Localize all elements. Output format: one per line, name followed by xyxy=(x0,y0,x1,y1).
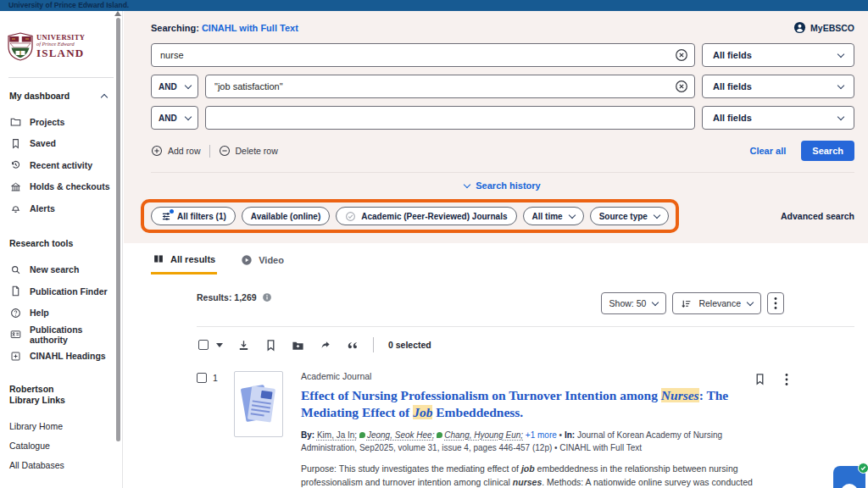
sidebar-item-publication-finder[interactable]: Publication Finder xyxy=(10,280,122,302)
myebsco-button[interactable]: MyEBSCO xyxy=(793,21,854,34)
result-title-link[interactable]: Effect of Nursing Professionalism on Tur… xyxy=(301,387,763,422)
chevron-down-icon xyxy=(837,113,844,119)
highlighted-term: Job xyxy=(413,405,432,419)
select-menu-caret[interactable] xyxy=(216,343,223,347)
field-select-1[interactable]: All fields xyxy=(702,43,854,67)
chevron-down-icon xyxy=(652,298,659,305)
author-link[interactable]: Jeong, Seok Hee; xyxy=(367,430,435,440)
source-type-pill[interactable]: Source type xyxy=(590,207,669,225)
add-to-folder-icon[interactable] xyxy=(292,339,304,352)
collection-icon xyxy=(153,253,164,264)
author-link[interactable]: Chang, Hyoung Eun; xyxy=(444,430,523,440)
sidebar-divider xyxy=(8,77,114,78)
divider xyxy=(209,145,210,158)
sidebar-item-recent-activity[interactable]: Recent activity xyxy=(10,154,122,176)
minus-circle-icon xyxy=(219,145,231,157)
download-icon[interactable] xyxy=(237,339,250,352)
info-icon[interactable] xyxy=(262,292,272,302)
delete-row-button[interactable]: Delete row xyxy=(219,145,278,157)
show-per-page-select[interactable]: Show: 50 xyxy=(601,292,667,314)
plus-circle-icon xyxy=(151,145,163,157)
authority-card-icon xyxy=(10,329,21,340)
sidebar-item-projects[interactable]: Projects xyxy=(10,111,122,133)
matched-term: nurses xyxy=(513,477,542,487)
scrollbar-up-arrow[interactable] xyxy=(114,11,121,16)
author-link[interactable]: Kim, Ja In; xyxy=(317,430,357,440)
play-circle-icon xyxy=(241,254,253,266)
bookmark-icon[interactable] xyxy=(264,339,277,352)
search-term-input-1[interactable] xyxy=(151,43,695,67)
sidebar-scrollbar[interactable] xyxy=(116,18,120,441)
sidebar-link-catalogue[interactable]: Catalogue xyxy=(9,435,122,455)
sidebar-item-saved[interactable]: Saved xyxy=(10,133,122,155)
sort-select[interactable]: Relevance xyxy=(672,292,761,314)
chevron-down-icon xyxy=(837,50,844,57)
author-profile-icon xyxy=(359,432,365,438)
publication-type: Academic Journal xyxy=(301,371,763,381)
search-icon xyxy=(10,264,21,275)
chevron-up-icon xyxy=(101,93,108,100)
share-icon[interactable] xyxy=(319,339,331,352)
peer-reviewed-pill[interactable]: Academic (Peer-Reviewed) Journals xyxy=(336,207,516,225)
advanced-search-link[interactable]: Advanced search xyxy=(781,211,854,221)
ebsco-search-page: University of Prince Edward Island. UNIV… xyxy=(0,0,868,488)
chevron-down-icon xyxy=(747,298,754,305)
add-row-button[interactable]: Add row xyxy=(151,145,201,157)
search-term-input-2[interactable] xyxy=(205,75,695,98)
searching-line: Searching: CINAHL with Full Text xyxy=(151,23,298,33)
sidebar-item-publications-authority[interactable]: Publications authority xyxy=(10,324,122,346)
my-dashboard-header[interactable]: My dashboard xyxy=(9,91,107,101)
document-icon xyxy=(10,286,21,297)
sidebar-item-holds-checkouts[interactable]: Holds & checkouts xyxy=(10,176,122,198)
result-item-1: 1 xyxy=(197,371,854,488)
clear-input-icon[interactable] xyxy=(675,80,688,93)
chat-arch-icon xyxy=(841,484,858,488)
results-toolbar: 0 selected xyxy=(197,327,854,361)
operator-select-3[interactable]: AND xyxy=(151,106,198,130)
result-overflow-menu-icon[interactable] xyxy=(785,373,788,386)
sidebar-item-cinahl-headings[interactable]: CINAHL Headings xyxy=(10,346,122,368)
chevron-down-icon xyxy=(185,81,192,88)
sidebar-link-all-databases[interactable]: All Databases xyxy=(9,455,122,474)
clear-input-icon[interactable] xyxy=(675,48,688,62)
filter-bar-highlight: All filters (1) Available (online) Acade… xyxy=(141,199,679,233)
result-checkbox[interactable] xyxy=(197,373,207,383)
chevron-down-icon xyxy=(837,81,844,88)
results-overflow-menu[interactable] xyxy=(767,292,784,314)
field-select-2[interactable]: All fields xyxy=(702,75,854,98)
chevron-down-icon xyxy=(464,180,470,187)
tab-video[interactable]: Video xyxy=(239,250,286,274)
operator-select-2[interactable]: AND xyxy=(151,75,198,98)
database-link[interactable]: CINAHL with Full Text xyxy=(202,23,298,33)
field-select-3[interactable]: All fields xyxy=(702,106,854,130)
result-index: 1 xyxy=(213,373,218,488)
select-all-checkbox[interactable] xyxy=(198,340,209,350)
folder-icon xyxy=(10,116,21,127)
sidebar-link-library-home[interactable]: Library Home xyxy=(9,416,122,435)
sidebar-item-alerts[interactable]: Alerts xyxy=(10,197,122,219)
cite-quote-icon[interactable] xyxy=(346,339,359,352)
result-thumbnail[interactable] xyxy=(234,371,283,437)
more-authors-link[interactable]: +1 more xyxy=(526,430,557,440)
search-history-toggle[interactable]: Search history xyxy=(151,173,854,197)
search-term-input-3[interactable] xyxy=(205,106,695,130)
clear-all-link[interactable]: Clear all xyxy=(749,146,786,156)
check-icon xyxy=(860,465,866,471)
save-result-bookmark-icon[interactable] xyxy=(754,373,766,385)
divider xyxy=(373,337,374,352)
account-label: MyEBSCO xyxy=(810,23,854,33)
searching-label: Searching: xyxy=(151,23,199,33)
highlighted-term: Nurses xyxy=(661,388,699,402)
search-button[interactable]: Search xyxy=(801,141,854,161)
sidebar-item-help[interactable]: Help xyxy=(10,302,122,324)
tab-all-results[interactable]: All results xyxy=(151,250,217,274)
help-icon xyxy=(10,308,21,319)
chat-widget[interactable] xyxy=(833,466,865,488)
all-filters-pill[interactable]: All filters (1) xyxy=(151,207,236,225)
check-circle-icon xyxy=(345,211,356,222)
sidebar-item-new-search[interactable]: New search xyxy=(10,259,122,281)
chat-online-badge xyxy=(858,463,868,474)
all-time-pill[interactable]: All time xyxy=(523,207,584,225)
available-online-pill[interactable]: Available (online) xyxy=(242,207,330,225)
upei-logo[interactable]: UNIVERSITY of Prince Edward ISLAND xyxy=(8,32,115,61)
